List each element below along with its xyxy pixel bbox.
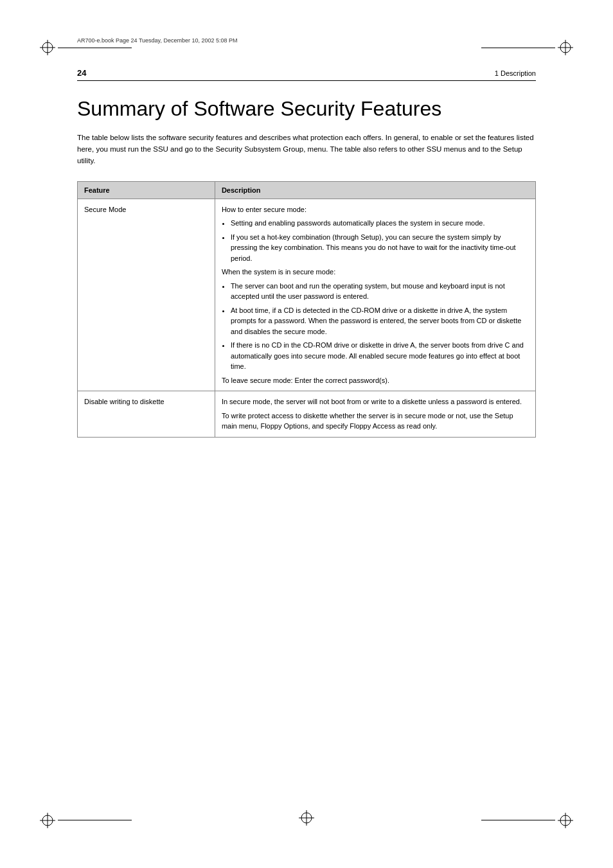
top-rule-left — [58, 48, 132, 48]
crosshair-bottom-center — [299, 810, 314, 828]
table-row: Secure Mode How to enter secure mode: Se… — [78, 199, 536, 391]
bottom-rule-left — [58, 820, 132, 820]
secure-mode-leave: To leave secure mode: Enter the correct … — [222, 375, 529, 386]
disable-writing-p1: In secure mode, the server will not boot… — [222, 396, 529, 407]
list-item: Setting and enabling passwords automatic… — [231, 218, 529, 229]
list-item: The server can boot and run the operatin… — [231, 281, 529, 302]
top-rule-right — [481, 48, 555, 48]
secure-mode-intro: How to enter secure mode: — [222, 204, 529, 215]
crosshair-top-right — [558, 40, 573, 55]
feature-secure-mode: Secure Mode — [78, 199, 215, 391]
list-item: If there is no CD in the CD-ROM drive or… — [231, 340, 529, 372]
main-heading: Summary of Software Security Features — [77, 96, 536, 121]
col-header-description: Description — [215, 181, 535, 199]
feature-disable-writing: Disable writing to diskette — [78, 391, 215, 438]
disable-writing-p2: To write protect access to diskette whet… — [222, 411, 529, 432]
list-item: At boot time, if a CD is detected in the… — [231, 305, 529, 337]
page-header: 24 1 Description — [77, 68, 536, 81]
description-secure-mode: How to enter secure mode: Setting and en… — [215, 199, 535, 391]
crosshair-bottom-right — [558, 813, 573, 828]
description-disable-writing: In secure mode, the server will not boot… — [215, 391, 535, 438]
file-info-bar: AR700-e.book Page 24 Tuesday, December 1… — [77, 37, 536, 44]
bottom-rule-right — [481, 820, 555, 820]
list-item: If you set a hot-key combination (throug… — [231, 232, 529, 264]
intro-paragraph: The table below lists the software secur… — [77, 132, 536, 166]
table-row: Disable writing to diskette In secure mo… — [78, 391, 536, 438]
chapter-title: 1 Description — [495, 69, 536, 77]
crosshair-top-left — [40, 40, 55, 55]
secure-mode-list-1: Setting and enabling passwords automatic… — [231, 218, 529, 263]
file-info-text: AR700-e.book Page 24 Tuesday, December 1… — [77, 37, 238, 44]
crosshair-bottom-left — [40, 813, 55, 828]
table-header-row: Feature Description — [78, 181, 536, 199]
col-header-feature: Feature — [78, 181, 215, 199]
page-number: 24 — [77, 68, 86, 78]
security-table: Feature Description Secure Mode How to e… — [77, 181, 536, 438]
page-container: AR700-e.book Page 24 Tuesday, December 1… — [0, 0, 613, 868]
content-area: Summary of Software Security Features Th… — [77, 84, 536, 438]
secure-mode-when: When the system is in secure mode: — [222, 267, 529, 278]
secure-mode-list-2: The server can boot and run the operatin… — [231, 281, 529, 372]
